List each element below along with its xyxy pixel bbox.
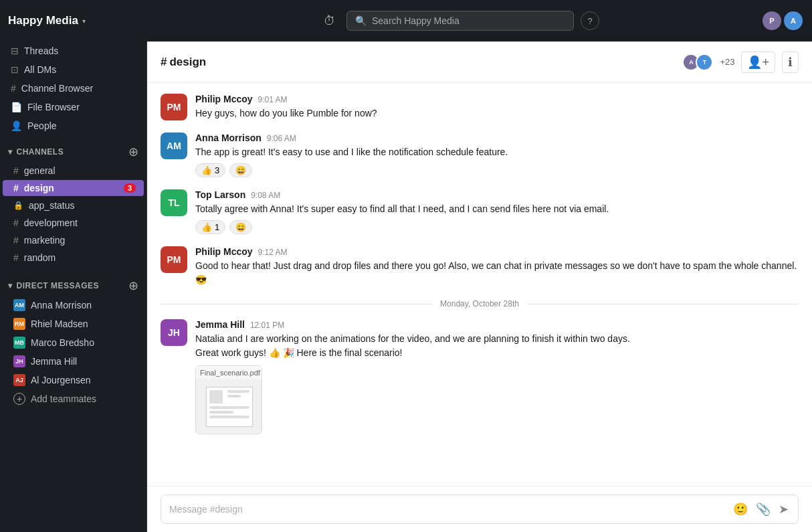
reaction-thumbsup[interactable]: 👍 3 xyxy=(195,163,225,177)
channels-chevron-icon: ▾ xyxy=(8,147,13,157)
message-time: 9:08 AM xyxy=(251,191,280,200)
sidebar-item-all-dms[interactable]: ⊡ All DMs xyxy=(3,61,144,78)
add-member-button[interactable]: 👤+ xyxy=(741,52,775,73)
attachment-button[interactable]: 📎 xyxy=(754,501,772,518)
add-teammates-label: Add teammates xyxy=(31,393,96,404)
message-header: Top Larson 9:08 AM xyxy=(195,189,799,200)
channel-lock-icon: 🔒 xyxy=(13,201,23,210)
avatar: JH xyxy=(161,319,187,346)
reaction-smile[interactable]: 😄 xyxy=(229,163,252,177)
message-author: Philip Mccoy xyxy=(195,246,253,257)
dm-item-jemma[interactable]: JH Jemma Hill xyxy=(3,353,144,370)
channel-hash-icon: # xyxy=(13,183,19,193)
message-content: Philip Mccoy 9:12 AM Good to hear that! … xyxy=(195,246,799,287)
topbar-right: P A xyxy=(764,10,804,31)
channel-badge: 3 xyxy=(124,183,136,193)
sidebar-item-people[interactable]: 👤 People xyxy=(3,117,144,135)
emoji-button[interactable]: 🙂 xyxy=(732,501,749,518)
message-item: JH Jemma Hill 12:01 PM Natalia and I are… xyxy=(161,319,799,434)
avatar: AM xyxy=(13,299,25,311)
message-author: Anna Morrison xyxy=(195,132,262,143)
channel-name: general xyxy=(24,165,136,176)
channel-hash-prefix: # xyxy=(161,56,167,69)
channel-info-button[interactable]: ℹ xyxy=(782,52,799,73)
preview-line xyxy=(227,390,249,393)
people-icon: 👤 xyxy=(11,120,22,131)
search-icon: 🔍 xyxy=(355,15,367,26)
file-browser-icon: 📄 xyxy=(11,102,22,112)
message-text-line1: Natalia and I are working on the animati… xyxy=(195,332,799,346)
date-divider: Monday, October 28th xyxy=(161,299,799,308)
channel-item-general[interactable]: # general xyxy=(3,163,144,179)
dm-section-title[interactable]: ▾ DIRECT MESSAGES xyxy=(8,281,99,290)
message-content: Philip Mccoy 9:01 AM Hey guys, how do yo… xyxy=(195,94,799,120)
workspace-selector[interactable]: Happy Media ▾ xyxy=(8,14,155,27)
message-text: Totally agree with Anna! It's super easy… xyxy=(195,202,799,216)
channel-item-design[interactable]: # design 3 xyxy=(3,180,144,196)
send-button[interactable]: ➤ xyxy=(777,501,790,518)
channels-section-title[interactable]: ▾ CHANNELS xyxy=(8,147,64,157)
history-button[interactable]: ⏱ xyxy=(320,10,340,32)
reaction-smile[interactable]: 😄 xyxy=(229,220,252,234)
add-teammates-button[interactable]: + Add teammates xyxy=(3,390,144,408)
sidebar-item-label: Threads xyxy=(24,46,58,56)
avatar: PM xyxy=(161,246,187,273)
channel-browser-icon: # xyxy=(11,83,16,94)
sidebar-item-file-browser[interactable]: 📄 File Browser xyxy=(3,98,144,116)
avatar: TL xyxy=(161,189,187,216)
message-input[interactable] xyxy=(169,504,726,515)
message-text: The app is great! It's easy to use and I… xyxy=(195,145,799,159)
dm-section-header: ▾ DIRECT MESSAGES ⊕ xyxy=(0,273,146,296)
channel-member-avatars[interactable]: A T xyxy=(682,54,713,71)
message-time: 12:01 PM xyxy=(250,321,284,330)
sidebar-item-label: Channel Browser xyxy=(21,83,93,94)
message-author: Top Larson xyxy=(195,189,245,200)
channel-item-marketing[interactable]: # marketing xyxy=(3,232,144,248)
channel-hash-icon: # xyxy=(13,165,19,176)
channel-name: random xyxy=(24,252,136,263)
dm-item-anna[interactable]: AM Anna Morrison xyxy=(3,296,144,314)
message-header: Philip Mccoy 9:01 AM xyxy=(195,94,799,104)
sidebar-item-threads[interactable]: ⊟ Threads xyxy=(3,42,144,60)
add-teammates-plus-icon: + xyxy=(13,393,25,405)
messages-area: PM Philip Mccoy 9:01 AM Hey guys, how do… xyxy=(147,83,812,486)
divider-line xyxy=(161,304,432,304)
dm-item-al[interactable]: AJ Al Jourgensen xyxy=(3,371,144,389)
channel-hash-icon: # xyxy=(13,235,19,246)
workspace-chevron-icon: ▾ xyxy=(82,17,86,25)
topbar-center: ⏱ 🔍 Search Happy Media ? xyxy=(155,10,764,32)
channel-item-development[interactable]: # development xyxy=(3,215,144,231)
help-button[interactable]: ? xyxy=(581,11,599,30)
message-time: 9:06 AM xyxy=(267,134,296,143)
user-avatar-group: P A xyxy=(761,10,804,31)
dm-item-marco[interactable]: MB Marco Bredsho xyxy=(3,334,144,351)
channel-area: # design A T +23 👤+ ℹ PM xyxy=(147,41,812,532)
search-bar[interactable]: 🔍 Search Happy Media xyxy=(346,11,574,31)
message-time: 9:12 AM xyxy=(258,248,288,257)
reaction-thumbsup[interactable]: 👍 1 xyxy=(195,220,225,234)
sidebar-item-channel-browser[interactable]: # Channel Browser xyxy=(3,80,144,97)
avatar: RM xyxy=(13,318,25,330)
channel-hash-icon: # xyxy=(13,217,19,228)
preview-block xyxy=(209,390,223,404)
avatar: AM xyxy=(161,132,187,159)
reaction-count: 3 xyxy=(215,165,219,175)
add-dm-button[interactable]: ⊕ xyxy=(128,278,138,293)
message-input-container: 🙂 📎 ➤ xyxy=(161,495,799,524)
dm-chevron-icon: ▾ xyxy=(8,281,13,290)
channel-item-random[interactable]: # random xyxy=(3,250,144,266)
channel-item-app-status[interactable]: 🔒 app_status xyxy=(3,197,144,213)
member-count[interactable]: +23 xyxy=(720,57,734,67)
preview-line xyxy=(209,406,249,409)
avatar: AJ xyxy=(13,374,25,386)
channel-name: app_status xyxy=(29,200,136,211)
file-attachment[interactable]: Final_scenario.pdf xyxy=(195,365,262,434)
message-reactions: 👍 1 😄 xyxy=(195,220,799,234)
member-avatar: T xyxy=(696,54,713,71)
dm-name: Rhiel Madsen xyxy=(31,319,88,329)
search-placeholder-text: Search Happy Media xyxy=(372,15,565,26)
dm-name: Anna Morrison xyxy=(31,300,92,311)
message-text: Good to hear that! Just drag and drop fi… xyxy=(195,259,799,287)
dm-item-rhiel[interactable]: RM Rhiel Madsen xyxy=(3,315,144,333)
add-channel-button[interactable]: ⊕ xyxy=(128,145,138,159)
